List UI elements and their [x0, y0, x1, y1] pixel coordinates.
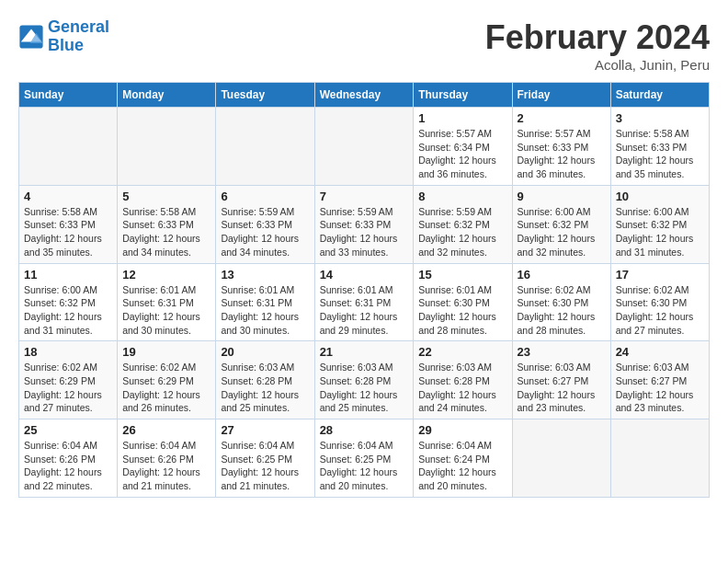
calendar-cell	[216, 108, 314, 186]
day-info: Sunrise: 6:03 AM Sunset: 6:28 PM Dayligh…	[320, 361, 409, 415]
day-info: Sunrise: 6:04 AM Sunset: 6:26 PM Dayligh…	[24, 439, 112, 493]
day-number: 18	[24, 345, 112, 359]
day-info: Sunrise: 6:04 AM Sunset: 6:26 PM Dayligh…	[122, 439, 210, 493]
day-number: 27	[221, 423, 309, 437]
day-number: 16	[518, 268, 606, 282]
calendar-cell: 14Sunrise: 6:01 AM Sunset: 6:31 PM Dayli…	[314, 263, 414, 341]
calendar-cell: 10Sunrise: 6:00 AM Sunset: 6:32 PM Dayli…	[610, 185, 709, 263]
col-header-tuesday: Tuesday	[216, 83, 314, 108]
calendar-cell: 21Sunrise: 6:03 AM Sunset: 6:28 PM Dayli…	[314, 341, 414, 419]
col-header-wednesday: Wednesday	[314, 83, 414, 108]
day-info: Sunrise: 6:01 AM Sunset: 6:31 PM Dayligh…	[122, 283, 210, 338]
day-number: 21	[320, 345, 409, 359]
day-info: Sunrise: 6:02 AM Sunset: 6:29 PM Dayligh…	[24, 361, 112, 415]
calendar-cell: 17Sunrise: 6:02 AM Sunset: 6:30 PM Dayli…	[610, 263, 709, 341]
calendar-cell: 22Sunrise: 6:03 AM Sunset: 6:28 PM Dayli…	[414, 341, 512, 419]
calendar-cell: 2Sunrise: 5:57 AM Sunset: 6:33 PM Daylig…	[512, 108, 610, 186]
day-number: 1	[418, 111, 506, 125]
day-number: 7	[320, 190, 409, 203]
day-info: Sunrise: 6:04 AM Sunset: 6:25 PM Dayligh…	[320, 439, 409, 493]
day-number: 29	[418, 423, 506, 437]
calendar-cell: 23Sunrise: 6:03 AM Sunset: 6:27 PM Dayli…	[512, 341, 610, 419]
day-number: 5	[122, 190, 210, 203]
day-info: Sunrise: 6:03 AM Sunset: 6:27 PM Dayligh…	[616, 361, 704, 415]
col-header-monday: Monday	[118, 83, 216, 108]
calendar-cell	[314, 108, 414, 186]
day-number: 17	[616, 268, 704, 282]
calendar-cell: 25Sunrise: 6:04 AM Sunset: 6:26 PM Dayli…	[19, 419, 118, 498]
day-info: Sunrise: 5:59 AM Sunset: 6:33 PM Dayligh…	[320, 205, 409, 259]
day-number: 13	[221, 268, 309, 282]
day-info: Sunrise: 6:02 AM Sunset: 6:30 PM Dayligh…	[616, 283, 704, 338]
page-header: General Blue February 2024 Acolla, Junin…	[18, 18, 710, 73]
calendar-cell: 27Sunrise: 6:04 AM Sunset: 6:25 PM Dayli…	[216, 419, 314, 498]
col-header-thursday: Thursday	[414, 83, 512, 108]
day-number: 6	[221, 190, 309, 203]
month-title: February 2024	[485, 18, 710, 57]
day-info: Sunrise: 6:01 AM Sunset: 6:31 PM Dayligh…	[221, 283, 309, 338]
location: Acolla, Junin, Peru	[485, 57, 710, 73]
week-row-3: 11Sunrise: 6:00 AM Sunset: 6:32 PM Dayli…	[19, 263, 710, 341]
week-row-2: 4Sunrise: 5:58 AM Sunset: 6:33 PM Daylig…	[19, 185, 710, 263]
calendar-cell: 24Sunrise: 6:03 AM Sunset: 6:27 PM Dayli…	[610, 341, 709, 419]
calendar-cell	[512, 419, 610, 498]
day-number: 4	[24, 190, 112, 203]
day-number: 20	[221, 345, 309, 359]
calendar-cell: 15Sunrise: 6:01 AM Sunset: 6:30 PM Dayli…	[414, 263, 512, 341]
logo-text: General Blue	[48, 18, 109, 55]
calendar-cell: 11Sunrise: 6:00 AM Sunset: 6:32 PM Dayli…	[19, 263, 118, 341]
day-info: Sunrise: 6:04 AM Sunset: 6:25 PM Dayligh…	[221, 439, 309, 493]
calendar-cell: 12Sunrise: 6:01 AM Sunset: 6:31 PM Dayli…	[118, 263, 216, 341]
logo: General Blue	[18, 18, 109, 55]
day-info: Sunrise: 6:01 AM Sunset: 6:30 PM Dayligh…	[418, 283, 506, 338]
calendar-cell: 18Sunrise: 6:02 AM Sunset: 6:29 PM Dayli…	[19, 341, 118, 419]
day-info: Sunrise: 5:57 AM Sunset: 6:34 PM Dayligh…	[418, 127, 506, 181]
calendar-cell: 28Sunrise: 6:04 AM Sunset: 6:25 PM Dayli…	[314, 419, 414, 498]
day-info: Sunrise: 6:02 AM Sunset: 6:29 PM Dayligh…	[122, 361, 210, 415]
calendar-cell: 9Sunrise: 6:00 AM Sunset: 6:32 PM Daylig…	[512, 185, 610, 263]
day-number: 28	[320, 423, 409, 437]
day-info: Sunrise: 6:04 AM Sunset: 6:24 PM Dayligh…	[418, 439, 506, 493]
day-info: Sunrise: 6:00 AM Sunset: 6:32 PM Dayligh…	[616, 205, 704, 259]
day-info: Sunrise: 5:59 AM Sunset: 6:33 PM Dayligh…	[221, 205, 309, 259]
day-info: Sunrise: 5:58 AM Sunset: 6:33 PM Dayligh…	[24, 205, 112, 259]
day-number: 22	[418, 345, 506, 359]
calendar-cell: 1Sunrise: 5:57 AM Sunset: 6:34 PM Daylig…	[414, 108, 512, 186]
calendar-cell: 13Sunrise: 6:01 AM Sunset: 6:31 PM Dayli…	[216, 263, 314, 341]
calendar-cell: 6Sunrise: 5:59 AM Sunset: 6:33 PM Daylig…	[216, 185, 314, 263]
week-row-1: 1Sunrise: 5:57 AM Sunset: 6:34 PM Daylig…	[19, 108, 710, 186]
day-number: 25	[24, 423, 112, 437]
day-number: 8	[418, 190, 506, 203]
day-number: 14	[320, 268, 409, 282]
col-header-friday: Friday	[512, 83, 610, 108]
day-info: Sunrise: 6:02 AM Sunset: 6:30 PM Dayligh…	[518, 283, 606, 338]
day-number: 12	[122, 268, 210, 282]
calendar-cell: 29Sunrise: 6:04 AM Sunset: 6:24 PM Dayli…	[414, 419, 512, 498]
calendar-cell: 7Sunrise: 5:59 AM Sunset: 6:33 PM Daylig…	[314, 185, 414, 263]
day-number: 9	[518, 190, 606, 203]
calendar-cell: 16Sunrise: 6:02 AM Sunset: 6:30 PM Dayli…	[512, 263, 610, 341]
calendar-cell: 3Sunrise: 5:58 AM Sunset: 6:33 PM Daylig…	[610, 108, 709, 186]
calendar-cell: 4Sunrise: 5:58 AM Sunset: 6:33 PM Daylig…	[19, 185, 118, 263]
day-info: Sunrise: 6:00 AM Sunset: 6:32 PM Dayligh…	[24, 283, 112, 338]
day-number: 23	[518, 345, 606, 359]
day-number: 24	[616, 345, 704, 359]
day-number: 10	[616, 190, 704, 203]
calendar-cell	[19, 108, 118, 186]
day-info: Sunrise: 6:03 AM Sunset: 6:28 PM Dayligh…	[221, 361, 309, 415]
day-info: Sunrise: 5:58 AM Sunset: 6:33 PM Dayligh…	[122, 205, 210, 259]
day-number: 11	[24, 268, 112, 282]
week-row-4: 18Sunrise: 6:02 AM Sunset: 6:29 PM Dayli…	[19, 341, 710, 419]
logo-icon	[18, 24, 44, 50]
day-number: 3	[616, 111, 704, 125]
day-number: 2	[518, 111, 606, 125]
calendar-cell: 20Sunrise: 6:03 AM Sunset: 6:28 PM Dayli…	[216, 341, 314, 419]
day-info: Sunrise: 5:59 AM Sunset: 6:32 PM Dayligh…	[418, 205, 506, 259]
day-number: 15	[418, 268, 506, 282]
week-row-5: 25Sunrise: 6:04 AM Sunset: 6:26 PM Dayli…	[19, 419, 710, 498]
calendar-cell: 19Sunrise: 6:02 AM Sunset: 6:29 PM Dayli…	[118, 341, 216, 419]
calendar-cell: 5Sunrise: 5:58 AM Sunset: 6:33 PM Daylig…	[118, 185, 216, 263]
day-info: Sunrise: 5:58 AM Sunset: 6:33 PM Dayligh…	[616, 127, 704, 181]
calendar-cell	[118, 108, 216, 186]
day-info: Sunrise: 6:03 AM Sunset: 6:27 PM Dayligh…	[518, 361, 606, 415]
